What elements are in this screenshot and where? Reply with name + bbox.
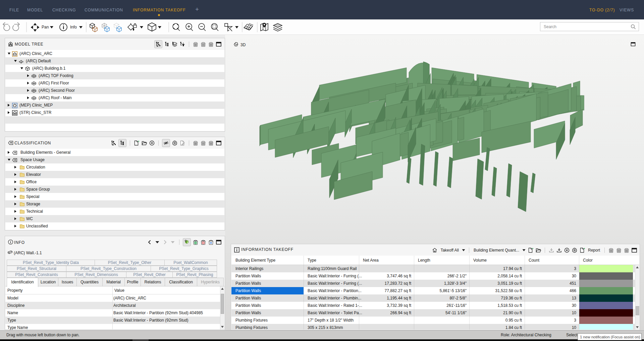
svg-text:Info: Info	[70, 25, 77, 29]
svg-text:Pan: Pan	[42, 25, 49, 29]
